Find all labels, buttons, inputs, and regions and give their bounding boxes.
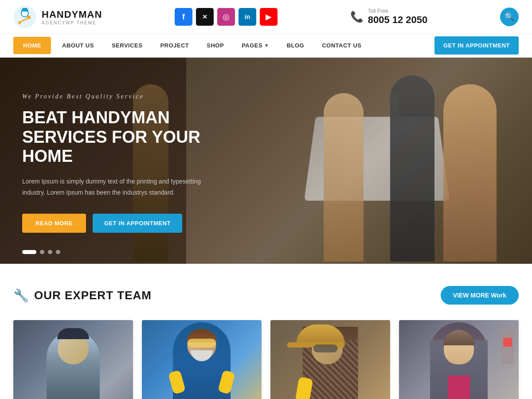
team-card-4: Mary Jane Mechanic <box>399 320 519 399</box>
twitter-icon[interactable]: ✕ <box>196 8 214 26</box>
read-more-button[interactable]: READ MORE <box>22 214 86 233</box>
logo-title: HANDYMAN <box>42 9 102 20</box>
social-icons: f ✕ ◎ in ▶ <box>175 8 278 26</box>
wrench-tools-icon: 🔧 <box>13 288 29 303</box>
team-card-2: Alex Edward Cleaner <box>142 320 262 399</box>
team-section: 🔧 OUR EXPERT TEAM VIEW MORE Work f ✕ ◎ i… <box>0 264 532 399</box>
nav-blog[interactable]: BLOG <box>278 34 313 57</box>
team-section-label: OUR EXPERT TEAM <box>34 289 152 302</box>
nav-about[interactable]: ABOUT US <box>53 34 103 57</box>
toll-free-label: Toll Free <box>368 8 428 14</box>
hero-subtitle: We Provide Best Quality Service <box>22 93 235 100</box>
team-card-4-image <box>399 320 519 399</box>
nav-pages[interactable]: PAGES ▼ <box>233 34 278 57</box>
linkedin-icon[interactable]: in <box>239 8 256 26</box>
team-card-1: f ✕ ◎ in ▶ TEAM COCK Cheaf Handyman <box>13 320 133 399</box>
team-card-1-image: f ✕ ◎ in ▶ <box>13 320 133 399</box>
hero-dots <box>22 250 60 254</box>
search-button[interactable]: 🔍 <box>500 8 519 26</box>
logo-icon <box>13 5 36 28</box>
team-grid: f ✕ ◎ in ▶ TEAM COCK Cheaf Handyman <box>13 320 519 399</box>
team-card-3-image <box>270 320 390 399</box>
youtube-icon[interactable]: ▶ <box>260 8 278 26</box>
instagram-icon[interactable]: ◎ <box>217 8 235 26</box>
dot-4[interactable] <box>56 250 60 254</box>
facebook-icon[interactable]: f <box>175 8 192 26</box>
hero-content: We Provide Best Quality Service BEAT HAN… <box>0 58 257 264</box>
hero-description: Lorem Ipsum is simply dummy text of the … <box>22 176 222 198</box>
hero-title: BEAT HANDYMAN SERVICES FOR YOUR HOME <box>22 108 235 166</box>
dot-2[interactable] <box>40 250 44 254</box>
hero-buttons: READ MORE GET IN APPOINTMENT <box>22 214 235 233</box>
dot-1[interactable] <box>22 250 36 254</box>
get-appointment-hero-button[interactable]: GET IN APPOINTMENT <box>93 214 182 233</box>
logo-text: HANDYMAN AGENCYWP THEME <box>42 9 102 25</box>
team-card-2-image <box>142 320 262 399</box>
team-header: 🔧 OUR EXPERT TEAM VIEW MORE Work <box>13 286 519 305</box>
contact-area: 📞 Toll Free 8005 12 2050 <box>350 8 428 26</box>
nav-services[interactable]: SERVICES <box>103 34 152 57</box>
team-card-3: Harly Rayan Plumber <box>270 320 390 399</box>
get-appointment-nav-button[interactable]: GET IN APPOINTMENT <box>434 36 519 55</box>
svg-point-6 <box>27 16 31 19</box>
section-title: 🔧 OUR EXPERT TEAM <box>13 288 152 303</box>
nav-project[interactable]: PROJECT <box>151 34 198 57</box>
navbar: HOME ABOUT US SERVICES PROJECT SHOP PAGE… <box>0 34 532 58</box>
view-more-button[interactable]: VIEW MORE Work <box>441 286 519 305</box>
header: HANDYMAN AGENCYWP THEME f ✕ ◎ in ▶ 📞 Tol… <box>0 0 532 34</box>
nav-shop[interactable]: SHOP <box>198 34 233 57</box>
svg-rect-4 <box>22 8 27 10</box>
nav-home[interactable]: HOME <box>13 37 51 54</box>
phone-icon: 📞 <box>350 11 364 23</box>
svg-point-7 <box>18 21 21 24</box>
phone-number: 8005 12 2050 <box>368 14 428 26</box>
logo-subtitle: AGENCYWP THEME <box>42 20 102 25</box>
nav-contact[interactable]: CONTACT US <box>313 34 370 57</box>
logo-area: HANDYMAN AGENCYWP THEME <box>13 5 102 28</box>
hero-section: We Provide Best Quality Service BEAT HAN… <box>0 58 532 264</box>
dot-3[interactable] <box>48 250 52 254</box>
